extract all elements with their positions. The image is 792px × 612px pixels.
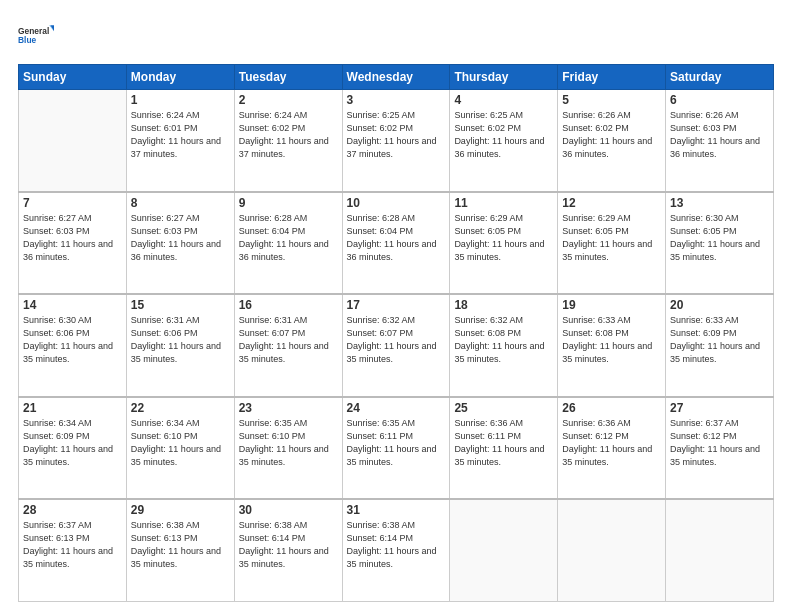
day-info: Sunrise: 6:29 AM Sunset: 6:05 PM Dayligh… bbox=[562, 212, 661, 264]
day-number: 13 bbox=[670, 196, 769, 210]
day-number: 20 bbox=[670, 298, 769, 312]
day-info: Sunrise: 6:37 AM Sunset: 6:13 PM Dayligh… bbox=[23, 519, 122, 571]
day-number: 26 bbox=[562, 401, 661, 415]
calendar-cell: 14Sunrise: 6:30 AM Sunset: 6:06 PM Dayli… bbox=[19, 294, 127, 396]
day-info: Sunrise: 6:28 AM Sunset: 6:04 PM Dayligh… bbox=[347, 212, 446, 264]
day-info: Sunrise: 6:34 AM Sunset: 6:09 PM Dayligh… bbox=[23, 417, 122, 469]
day-info: Sunrise: 6:30 AM Sunset: 6:06 PM Dayligh… bbox=[23, 314, 122, 366]
day-number: 22 bbox=[131, 401, 230, 415]
calendar-cell: 27Sunrise: 6:37 AM Sunset: 6:12 PM Dayli… bbox=[666, 397, 774, 499]
calendar-cell: 15Sunrise: 6:31 AM Sunset: 6:06 PM Dayli… bbox=[126, 294, 234, 396]
day-info: Sunrise: 6:26 AM Sunset: 6:02 PM Dayligh… bbox=[562, 109, 661, 161]
logo-svg: General Blue bbox=[18, 18, 54, 54]
day-number: 3 bbox=[347, 93, 446, 107]
calendar-cell: 7Sunrise: 6:27 AM Sunset: 6:03 PM Daylig… bbox=[19, 192, 127, 294]
day-number: 28 bbox=[23, 503, 122, 517]
weekday-header: Tuesday bbox=[234, 65, 342, 90]
day-info: Sunrise: 6:28 AM Sunset: 6:04 PM Dayligh… bbox=[239, 212, 338, 264]
day-info: Sunrise: 6:35 AM Sunset: 6:10 PM Dayligh… bbox=[239, 417, 338, 469]
calendar-cell: 5Sunrise: 6:26 AM Sunset: 6:02 PM Daylig… bbox=[558, 90, 666, 192]
calendar-cell: 2Sunrise: 6:24 AM Sunset: 6:02 PM Daylig… bbox=[234, 90, 342, 192]
weekday-header: Thursday bbox=[450, 65, 558, 90]
day-info: Sunrise: 6:36 AM Sunset: 6:11 PM Dayligh… bbox=[454, 417, 553, 469]
logo: General Blue bbox=[18, 18, 54, 54]
calendar-cell: 31Sunrise: 6:38 AM Sunset: 6:14 PM Dayli… bbox=[342, 499, 450, 601]
calendar-cell bbox=[666, 499, 774, 601]
day-number: 11 bbox=[454, 196, 553, 210]
day-info: Sunrise: 6:30 AM Sunset: 6:05 PM Dayligh… bbox=[670, 212, 769, 264]
day-number: 18 bbox=[454, 298, 553, 312]
day-number: 17 bbox=[347, 298, 446, 312]
weekday-header: Sunday bbox=[19, 65, 127, 90]
calendar-cell: 17Sunrise: 6:32 AM Sunset: 6:07 PM Dayli… bbox=[342, 294, 450, 396]
calendar-table: SundayMondayTuesdayWednesdayThursdayFrid… bbox=[18, 64, 774, 602]
day-info: Sunrise: 6:32 AM Sunset: 6:07 PM Dayligh… bbox=[347, 314, 446, 366]
calendar-cell: 1Sunrise: 6:24 AM Sunset: 6:01 PM Daylig… bbox=[126, 90, 234, 192]
weekday-header: Monday bbox=[126, 65, 234, 90]
day-info: Sunrise: 6:38 AM Sunset: 6:14 PM Dayligh… bbox=[347, 519, 446, 571]
day-number: 1 bbox=[131, 93, 230, 107]
calendar-cell: 8Sunrise: 6:27 AM Sunset: 6:03 PM Daylig… bbox=[126, 192, 234, 294]
calendar-cell: 25Sunrise: 6:36 AM Sunset: 6:11 PM Dayli… bbox=[450, 397, 558, 499]
day-info: Sunrise: 6:33 AM Sunset: 6:09 PM Dayligh… bbox=[670, 314, 769, 366]
day-number: 21 bbox=[23, 401, 122, 415]
calendar-cell bbox=[450, 499, 558, 601]
calendar-cell: 18Sunrise: 6:32 AM Sunset: 6:08 PM Dayli… bbox=[450, 294, 558, 396]
calendar-cell: 16Sunrise: 6:31 AM Sunset: 6:07 PM Dayli… bbox=[234, 294, 342, 396]
day-info: Sunrise: 6:24 AM Sunset: 6:01 PM Dayligh… bbox=[131, 109, 230, 161]
day-number: 14 bbox=[23, 298, 122, 312]
calendar-cell: 26Sunrise: 6:36 AM Sunset: 6:12 PM Dayli… bbox=[558, 397, 666, 499]
svg-text:General: General bbox=[18, 26, 49, 36]
calendar-cell: 30Sunrise: 6:38 AM Sunset: 6:14 PM Dayli… bbox=[234, 499, 342, 601]
day-number: 16 bbox=[239, 298, 338, 312]
calendar-cell: 21Sunrise: 6:34 AM Sunset: 6:09 PM Dayli… bbox=[19, 397, 127, 499]
day-number: 23 bbox=[239, 401, 338, 415]
day-number: 27 bbox=[670, 401, 769, 415]
day-info: Sunrise: 6:26 AM Sunset: 6:03 PM Dayligh… bbox=[670, 109, 769, 161]
calendar-cell: 20Sunrise: 6:33 AM Sunset: 6:09 PM Dayli… bbox=[666, 294, 774, 396]
page: General Blue SundayMondayTuesdayWednesda… bbox=[0, 0, 792, 612]
day-number: 25 bbox=[454, 401, 553, 415]
day-number: 2 bbox=[239, 93, 338, 107]
day-info: Sunrise: 6:36 AM Sunset: 6:12 PM Dayligh… bbox=[562, 417, 661, 469]
day-info: Sunrise: 6:31 AM Sunset: 6:07 PM Dayligh… bbox=[239, 314, 338, 366]
weekday-header: Wednesday bbox=[342, 65, 450, 90]
calendar-cell: 24Sunrise: 6:35 AM Sunset: 6:11 PM Dayli… bbox=[342, 397, 450, 499]
calendar-cell: 11Sunrise: 6:29 AM Sunset: 6:05 PM Dayli… bbox=[450, 192, 558, 294]
day-info: Sunrise: 6:31 AM Sunset: 6:06 PM Dayligh… bbox=[131, 314, 230, 366]
calendar-cell: 12Sunrise: 6:29 AM Sunset: 6:05 PM Dayli… bbox=[558, 192, 666, 294]
day-info: Sunrise: 6:35 AM Sunset: 6:11 PM Dayligh… bbox=[347, 417, 446, 469]
day-info: Sunrise: 6:33 AM Sunset: 6:08 PM Dayligh… bbox=[562, 314, 661, 366]
day-info: Sunrise: 6:29 AM Sunset: 6:05 PM Dayligh… bbox=[454, 212, 553, 264]
calendar-cell bbox=[19, 90, 127, 192]
calendar-cell: 28Sunrise: 6:37 AM Sunset: 6:13 PM Dayli… bbox=[19, 499, 127, 601]
calendar-cell: 3Sunrise: 6:25 AM Sunset: 6:02 PM Daylig… bbox=[342, 90, 450, 192]
calendar-cell: 10Sunrise: 6:28 AM Sunset: 6:04 PM Dayli… bbox=[342, 192, 450, 294]
calendar-cell: 22Sunrise: 6:34 AM Sunset: 6:10 PM Dayli… bbox=[126, 397, 234, 499]
day-number: 7 bbox=[23, 196, 122, 210]
calendar-cell: 23Sunrise: 6:35 AM Sunset: 6:10 PM Dayli… bbox=[234, 397, 342, 499]
calendar-cell: 29Sunrise: 6:38 AM Sunset: 6:13 PM Dayli… bbox=[126, 499, 234, 601]
calendar-cell bbox=[558, 499, 666, 601]
weekday-header: Saturday bbox=[666, 65, 774, 90]
day-info: Sunrise: 6:24 AM Sunset: 6:02 PM Dayligh… bbox=[239, 109, 338, 161]
day-info: Sunrise: 6:37 AM Sunset: 6:12 PM Dayligh… bbox=[670, 417, 769, 469]
day-number: 9 bbox=[239, 196, 338, 210]
calendar-cell: 9Sunrise: 6:28 AM Sunset: 6:04 PM Daylig… bbox=[234, 192, 342, 294]
day-info: Sunrise: 6:25 AM Sunset: 6:02 PM Dayligh… bbox=[347, 109, 446, 161]
calendar-cell: 4Sunrise: 6:25 AM Sunset: 6:02 PM Daylig… bbox=[450, 90, 558, 192]
day-info: Sunrise: 6:27 AM Sunset: 6:03 PM Dayligh… bbox=[23, 212, 122, 264]
header: General Blue bbox=[18, 18, 774, 54]
calendar-cell: 13Sunrise: 6:30 AM Sunset: 6:05 PM Dayli… bbox=[666, 192, 774, 294]
day-number: 31 bbox=[347, 503, 446, 517]
day-number: 12 bbox=[562, 196, 661, 210]
day-info: Sunrise: 6:38 AM Sunset: 6:13 PM Dayligh… bbox=[131, 519, 230, 571]
day-number: 15 bbox=[131, 298, 230, 312]
day-number: 19 bbox=[562, 298, 661, 312]
day-number: 24 bbox=[347, 401, 446, 415]
day-number: 10 bbox=[347, 196, 446, 210]
day-info: Sunrise: 6:38 AM Sunset: 6:14 PM Dayligh… bbox=[239, 519, 338, 571]
svg-text:Blue: Blue bbox=[18, 35, 37, 45]
day-info: Sunrise: 6:25 AM Sunset: 6:02 PM Dayligh… bbox=[454, 109, 553, 161]
day-number: 8 bbox=[131, 196, 230, 210]
